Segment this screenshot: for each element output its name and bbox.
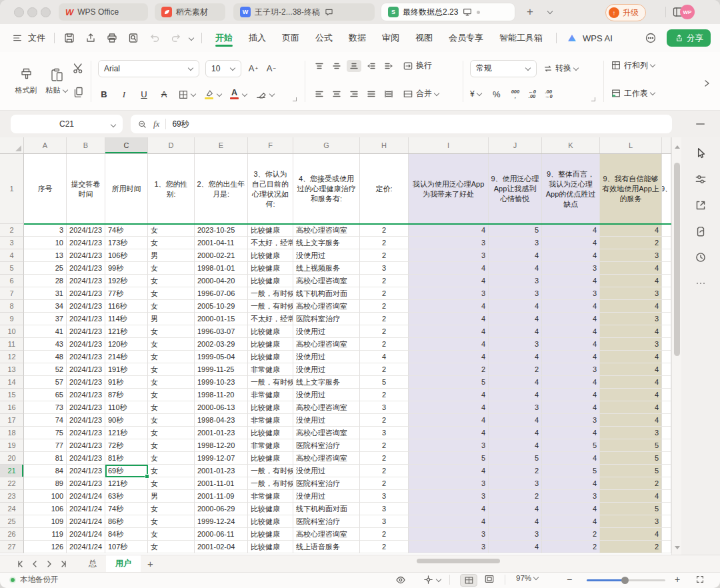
- col-header-C[interactable]: C: [105, 137, 148, 153]
- cell-J14[interactable]: 4: [489, 376, 542, 389]
- grid[interactable]: ABCDEFGHIJKL1序号提交答卷时间所用时间1、您的性别:2、您的出生年月…: [0, 137, 671, 555]
- cell-C4[interactable]: 106秒: [105, 249, 148, 262]
- local-backup-status[interactable]: 本地备份开: [9, 575, 59, 585]
- cell-J3[interactable]: 3: [489, 237, 542, 249]
- cell-A2[interactable]: 3: [24, 224, 67, 237]
- convert-button[interactable]: 转换: [543, 63, 579, 74]
- row-header-17[interactable]: 17: [0, 414, 24, 427]
- cell-K22[interactable]: 4: [542, 477, 600, 490]
- wps-ai-menu[interactable]: WPS AI: [582, 27, 613, 50]
- cell-F11[interactable]: 比较健康: [248, 338, 293, 351]
- cell-A4[interactable]: 13: [24, 249, 67, 262]
- cell-G23[interactable]: 没使用过: [293, 490, 360, 503]
- cell-H11[interactable]: 2: [360, 338, 409, 351]
- row-header-1[interactable]: 1: [0, 154, 24, 224]
- file-menu[interactable]: 文件: [27, 25, 46, 51]
- cell-I7[interactable]: 3: [409, 287, 489, 300]
- cell-C16[interactable]: 110秒: [105, 401, 148, 414]
- cell-E10[interactable]: 1996-03-07: [195, 325, 248, 338]
- align-middle-button[interactable]: [329, 60, 344, 72]
- cell-L3[interactable]: 2: [600, 237, 662, 249]
- cell-F2[interactable]: 比较健康: [248, 224, 293, 237]
- cell-B8[interactable]: 2024/1/23: [67, 300, 105, 313]
- cell-I23[interactable]: 3: [409, 490, 489, 503]
- cell-J9[interactable]: 4: [489, 313, 542, 325]
- cell-C15[interactable]: 87秒: [105, 389, 148, 401]
- cell-partial-14[interactable]: [662, 376, 671, 389]
- col-header-J[interactable]: J: [489, 137, 542, 153]
- export-icon[interactable]: [85, 32, 97, 44]
- cell-F6[interactable]: 比较健康: [248, 275, 293, 287]
- cell-D11[interactable]: 女: [148, 338, 195, 351]
- cell-B16[interactable]: 2024/1/23: [67, 401, 105, 414]
- merge-cells-button[interactable]: 合并: [403, 88, 439, 99]
- zoom-in-button[interactable]: +: [675, 574, 680, 585]
- cell-A14[interactable]: 57: [24, 376, 67, 389]
- cell-K10[interactable]: 4: [542, 325, 600, 338]
- zoom-out-button[interactable]: −: [567, 574, 572, 585]
- header-cell-J1[interactable]: 9、使用泛心理App让我感到心情愉悦: [489, 154, 542, 224]
- cell-L17[interactable]: 4: [600, 414, 662, 427]
- comma-format-button[interactable]: 000,: [511, 89, 520, 99]
- menu-tab-0[interactable]: 开始: [215, 25, 233, 51]
- cell-D25[interactable]: 女: [148, 515, 195, 528]
- cell-D8[interactable]: 女: [148, 300, 195, 313]
- cell-partial-6[interactable]: [662, 275, 671, 287]
- header-cell-A1[interactable]: 序号: [24, 154, 67, 224]
- cell-G5[interactable]: 线上视频服务: [293, 262, 360, 275]
- decrease-decimal-button[interactable]: .00→0: [545, 89, 553, 99]
- align-center-button[interactable]: [329, 88, 344, 100]
- cell-G12[interactable]: 没使用过: [293, 351, 360, 363]
- cell-E13[interactable]: 1999-11-25: [195, 363, 248, 376]
- cell-H27[interactable]: 2: [360, 541, 409, 553]
- cell-partial-19[interactable]: [662, 439, 671, 452]
- cell-B22[interactable]: 2024/1/23: [67, 477, 105, 490]
- cell-K24[interactable]: 4: [542, 503, 600, 515]
- cell-K13[interactable]: 3: [542, 363, 600, 376]
- cell-I22[interactable]: 3: [409, 477, 489, 490]
- cell-I14[interactable]: 5: [409, 376, 489, 389]
- cell-H7[interactable]: 2: [360, 287, 409, 300]
- normal-view-button[interactable]: [460, 574, 477, 587]
- cell-L25[interactable]: 3: [600, 515, 662, 528]
- cell-D4[interactable]: 男: [148, 249, 195, 262]
- increase-font-size-button[interactable]: A+: [247, 63, 259, 73]
- cell-L8[interactable]: 4: [600, 300, 662, 313]
- row-header-11[interactable]: 11: [0, 338, 24, 351]
- cell-D14[interactable]: 女: [148, 376, 195, 389]
- minimize-window-button[interactable]: [27, 7, 37, 17]
- cell-L19[interactable]: 5: [600, 439, 662, 452]
- cell-A24[interactable]: 106: [24, 503, 67, 515]
- menu-tab-4[interactable]: 数据: [348, 25, 367, 51]
- prev-sheet-icon[interactable]: [31, 560, 39, 568]
- tab-list-chevron-icon[interactable]: [547, 9, 553, 14]
- avatar[interactable]: WP: [680, 5, 695, 19]
- cell-H9[interactable]: 2: [360, 313, 409, 325]
- cell-B12[interactable]: 2024/1/23: [67, 351, 105, 363]
- cell-J17[interactable]: 4: [489, 414, 542, 427]
- cell-E8[interactable]: 2005-10-29: [195, 300, 248, 313]
- cell-C8[interactable]: 116秒: [105, 300, 148, 313]
- cell-G27[interactable]: 线上语音服务: [293, 541, 360, 553]
- cell-E17[interactable]: 1998-04-23: [195, 414, 248, 427]
- cell-A25[interactable]: 109: [24, 515, 67, 528]
- cell-B18[interactable]: 2024/1/23: [67, 427, 105, 439]
- cell-C23[interactable]: 63秒: [105, 490, 148, 503]
- cell-A21[interactable]: 84: [24, 465, 67, 477]
- cell-B13[interactable]: 2024/1/23: [67, 363, 105, 376]
- cell-I17[interactable]: 4: [409, 414, 489, 427]
- name-box[interactable]: C21: [11, 115, 123, 133]
- cell-J19[interactable]: 4: [489, 439, 542, 452]
- borders-button[interactable]: [178, 89, 196, 100]
- cell-E27[interactable]: 2001-02-04: [195, 541, 248, 553]
- cell-K3[interactable]: 4: [542, 237, 600, 249]
- header-cell-K1[interactable]: 9、整体而言，我认为泛心理App的优点胜过缺点: [542, 154, 600, 224]
- horizontal-scroll-thumb[interactable]: [417, 559, 500, 563]
- cell-partial-15[interactable]: [662, 389, 671, 401]
- fill-color-button[interactable]: [204, 89, 213, 100]
- cell-B20[interactable]: 2024/1/23: [67, 452, 105, 465]
- cell-partial-5[interactable]: [662, 262, 671, 275]
- cell-E19[interactable]: 1998-12-20: [195, 439, 248, 452]
- font-size-select[interactable]: 10: [205, 60, 241, 77]
- row-header-2[interactable]: 2: [0, 224, 24, 237]
